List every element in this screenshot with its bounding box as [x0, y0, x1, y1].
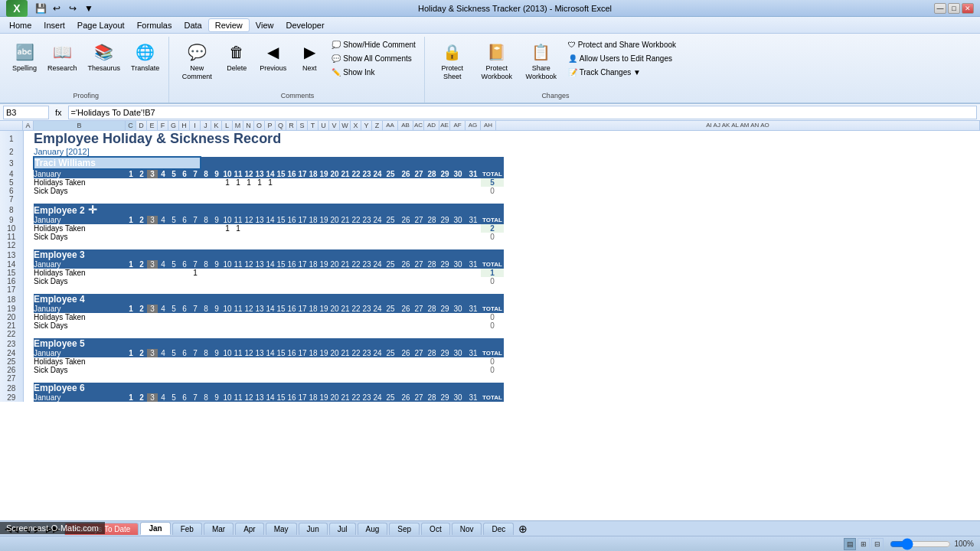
row-num-5[interactable]: 5: [0, 178, 23, 187]
protect-share-button[interactable]: 🛡 Protect and Share Workbook: [564, 38, 680, 51]
day-6[interactable]: 6: [179, 169, 190, 178]
col-header-o[interactable]: O: [254, 121, 265, 130]
thesaurus-button[interactable]: 📚 Thesaurus: [83, 37, 126, 76]
redo-button[interactable]: ↪: [66, 2, 80, 15]
row-num-4[interactable]: 4: [0, 169, 23, 178]
col-header-t[interactable]: T: [308, 121, 318, 130]
zoom-slider[interactable]: [890, 540, 951, 549]
total-5[interactable]: 5: [481, 178, 504, 187]
show-all-comments-button[interactable]: 💬 Show All Comments: [328, 52, 419, 65]
day-28[interactable]: 28: [424, 169, 439, 178]
col-header-ag[interactable]: AG: [466, 121, 481, 130]
allow-users-button[interactable]: 👤 Allow Users to Edit Ranges: [564, 52, 680, 65]
col-header-ah[interactable]: AH: [481, 121, 496, 130]
employee-4-name[interactable]: Employee 4: [34, 294, 201, 305]
day-23[interactable]: 23: [361, 169, 372, 178]
col-header-m[interactable]: M: [233, 121, 243, 130]
row-num-1[interactable]: 1: [0, 131, 23, 147]
col-header-e[interactable]: E: [147, 121, 158, 130]
cell-jan-label[interactable]: January: [34, 169, 126, 178]
employee-2-name[interactable]: Employee 2✛: [34, 204, 201, 216]
row-num-6[interactable]: 6: [0, 187, 23, 195]
row-num-7[interactable]: 7: [0, 195, 23, 204]
cell-a1[interactable]: [23, 131, 34, 147]
col-header-x[interactable]: X: [351, 121, 361, 130]
normal-view-button[interactable]: ▤: [844, 538, 856, 550]
menu-view[interactable]: View: [250, 19, 280, 31]
translate-button[interactable]: 🌐 Translate: [126, 37, 164, 76]
employee-6-name[interactable]: Employee 6: [34, 383, 201, 393]
col-header-ac[interactable]: AC: [413, 121, 424, 130]
day-2[interactable]: 2: [136, 169, 147, 178]
col-header-ae[interactable]: AE: [439, 121, 450, 130]
employee-3-name[interactable]: Employee 3: [34, 249, 201, 260]
col-header-af[interactable]: AF: [450, 121, 466, 130]
day-12[interactable]: 12: [243, 169, 254, 178]
formula-input[interactable]: [68, 106, 977, 119]
day-4[interactable]: 4: [158, 169, 168, 178]
row-num-3[interactable]: 3: [0, 157, 23, 169]
tab-oct[interactable]: Oct: [421, 523, 450, 535]
delete-comment-button[interactable]: 🗑 Delete: [220, 37, 253, 76]
day-15[interactable]: 15: [276, 169, 286, 178]
col-header-ad[interactable]: AD: [424, 121, 439, 130]
cell-reference-input[interactable]: [3, 106, 49, 119]
col-header-k[interactable]: K: [211, 121, 222, 130]
col-header-r[interactable]: R: [286, 121, 297, 130]
col-header-s[interactable]: S: [297, 121, 308, 130]
total-6[interactable]: 0: [481, 187, 504, 195]
day-24[interactable]: 24: [372, 169, 383, 178]
cell-a2[interactable]: [23, 147, 34, 157]
close-button[interactable]: ✕: [962, 3, 974, 14]
cell-rest3[interactable]: [504, 157, 550, 169]
track-changes-button[interactable]: 📝 Track Changes ▼: [564, 66, 680, 79]
day-19[interactable]: 19: [318, 169, 329, 178]
tab-jan[interactable]: Jan: [140, 522, 170, 535]
col-header-f[interactable]: F: [158, 121, 168, 130]
col-header-z[interactable]: Z: [372, 121, 383, 130]
employee-1-name[interactable]: Traci Williams: [34, 157, 201, 169]
col-header-c[interactable]: C: [126, 121, 136, 130]
menu-page-layout[interactable]: Page Layout: [71, 19, 131, 31]
tab-sep[interactable]: Sep: [389, 523, 420, 535]
cell-rest2[interactable]: [504, 147, 550, 157]
col-header-h[interactable]: H: [179, 121, 190, 130]
tab-aug[interactable]: Aug: [358, 523, 388, 535]
day-3[interactable]: 3: [147, 169, 158, 178]
col-header-i[interactable]: I: [190, 121, 201, 130]
menu-home[interactable]: Home: [3, 19, 38, 31]
cell-rest1[interactable]: [504, 131, 550, 147]
tab-nov[interactable]: Nov: [452, 523, 482, 535]
formula-function-button[interactable]: fx: [52, 108, 65, 117]
col-header-y[interactable]: Y: [361, 121, 372, 130]
tab-may[interactable]: May: [266, 523, 297, 535]
row-num-11[interactable]: 11: [0, 233, 23, 241]
menu-insert[interactable]: Insert: [38, 19, 71, 31]
col-header-w[interactable]: W: [340, 121, 351, 130]
restore-button[interactable]: □: [948, 3, 960, 14]
cell-subtitle[interactable]: January [2012]: [34, 147, 504, 157]
day-30[interactable]: 30: [450, 169, 466, 178]
day-22[interactable]: 22: [351, 169, 361, 178]
minimize-button[interactable]: —: [934, 3, 946, 14]
menu-review[interactable]: Review: [208, 18, 250, 32]
day-7[interactable]: 7: [190, 169, 201, 178]
undo-button[interactable]: ↩: [50, 2, 64, 15]
day-31[interactable]: 31: [466, 169, 481, 178]
grid-area[interactable]: 1 Employee Holiday & Sickness Record 2 J…: [0, 131, 980, 520]
day-11[interactable]: 11: [233, 169, 243, 178]
col-header-b[interactable]: B: [34, 121, 126, 130]
next-comment-button[interactable]: ▶ Next: [292, 37, 326, 76]
tab-jun[interactable]: Jun: [299, 523, 328, 535]
cell-rest4[interactable]: [504, 169, 550, 178]
day-8[interactable]: 8: [201, 169, 211, 178]
show-hide-comment-button[interactable]: 💭 Show/Hide Comment: [328, 38, 419, 51]
day-27[interactable]: 27: [413, 169, 424, 178]
day-25[interactable]: 25: [383, 169, 398, 178]
col-header-ab[interactable]: AB: [398, 121, 413, 130]
tab-apr[interactable]: Apr: [235, 523, 264, 535]
page-break-view-button[interactable]: ⊟: [871, 538, 884, 550]
show-ink-button[interactable]: ✏️ Show Ink: [328, 66, 419, 79]
col-header-q[interactable]: Q: [276, 121, 286, 130]
col-header-n[interactable]: N: [243, 121, 254, 130]
